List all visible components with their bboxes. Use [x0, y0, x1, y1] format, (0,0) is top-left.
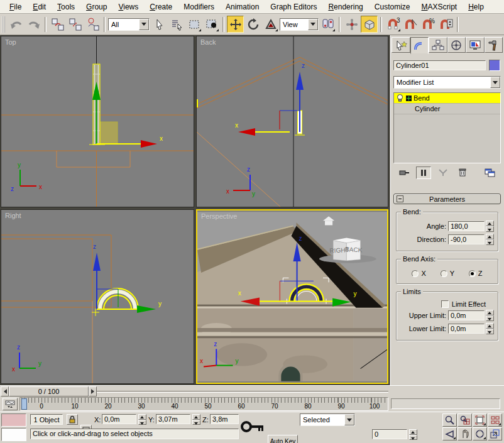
move-gizmo[interactable]: z x: [235, 62, 305, 136]
time-tag-area[interactable]: [391, 398, 500, 409]
object-name-field[interactable]: Cylinder01: [393, 60, 486, 70]
y-coordinate-field[interactable]: 3,07m: [156, 414, 190, 424]
pan-view-button[interactable]: [457, 427, 472, 440]
field-of-view-button[interactable]: [442, 427, 457, 440]
bend-axis-x-radio[interactable]: X: [412, 270, 425, 277]
key-filter-scope-dropdown[interactable]: Selected: [300, 413, 355, 426]
track-bar-ruler[interactable]: 0 10 20 30 40 50 60 70 80 90 100: [19, 397, 388, 411]
menu-maxscript[interactable]: MAXScript: [416, 1, 463, 13]
snap-toggle-3d-button[interactable]: 3: [385, 16, 402, 33]
lightbulb-icon[interactable]: [396, 94, 404, 102]
viewport-perspective-label[interactable]: Perspective: [201, 212, 237, 220]
maxscript-mini-listener-pink[interactable]: [1, 413, 26, 427]
make-unique-button[interactable]: [436, 167, 451, 179]
tab-motion[interactable]: [447, 37, 466, 53]
frame-spinner[interactable]: [409, 429, 417, 440]
select-and-manipulate-button[interactable]: [343, 16, 360, 33]
maxscript-mini-listener-white[interactable]: [1, 428, 26, 441]
z-coordinate-field[interactable]: 3,8m: [210, 414, 239, 424]
y-spinner[interactable]: [192, 414, 200, 425]
tab-hierarchy[interactable]: [429, 37, 447, 53]
dropdown-arrow-icon[interactable]: [344, 414, 354, 425]
min-max-toggle-button[interactable]: [488, 427, 502, 440]
zoom-button[interactable]: [442, 413, 457, 427]
menu-modifiers[interactable]: Modifiers: [178, 1, 220, 13]
window-crossing-button[interactable]: [203, 16, 220, 33]
menu-views[interactable]: Views: [112, 1, 144, 13]
menu-help[interactable]: Help: [463, 1, 490, 13]
angle-field[interactable]: 180,0: [448, 221, 485, 231]
menu-file[interactable]: File: [4, 1, 27, 13]
dropdown-arrow-icon[interactable]: [490, 77, 500, 88]
viewport-top[interactable]: Top: [1, 36, 194, 207]
expand-icon[interactable]: [406, 96, 412, 101]
reference-coordinate-system-dropdown[interactable]: View: [280, 18, 319, 31]
direction-spinner[interactable]: [486, 234, 494, 245]
limit-effect-checkbox[interactable]: Limit Effect: [441, 300, 486, 308]
unlink-button[interactable]: [67, 16, 84, 33]
menu-group[interactable]: Group: [80, 1, 112, 13]
rectangular-selection-region-button[interactable]: [185, 16, 202, 33]
select-and-rotate-button[interactable]: [244, 16, 261, 33]
select-by-name-button[interactable]: [168, 16, 185, 33]
angle-spinner[interactable]: [486, 221, 494, 232]
current-frame-marker[interactable]: [21, 398, 27, 410]
angle-snap-toggle-button[interactable]: [402, 16, 419, 33]
link-button[interactable]: [49, 16, 66, 33]
modifier-stack-item-cylinder[interactable]: Cylinder: [394, 104, 500, 114]
remove-modifier-button[interactable]: [455, 167, 470, 179]
select-object-button[interactable]: [150, 16, 167, 33]
select-and-scale-button[interactable]: [262, 16, 279, 33]
viewport-back[interactable]: Back z: [196, 36, 388, 207]
bend-axis-z-radio[interactable]: Z: [469, 270, 483, 277]
selection-filter-dropdown[interactable]: All: [108, 18, 150, 31]
upper-limit-field[interactable]: 0,0m: [448, 310, 485, 320]
next-frame-arrow[interactable]: [89, 386, 97, 397]
bend-axis-y-radio[interactable]: Y: [441, 270, 454, 277]
set-keys-key-icon[interactable]: [240, 416, 265, 437]
auto-key-button[interactable]: Auto Key: [268, 435, 298, 443]
undo-button[interactable]: [8, 16, 25, 33]
menu-edit[interactable]: Edit: [27, 1, 52, 13]
bind-spacewarp-button[interactable]: [84, 16, 101, 33]
zoom-extents-all-button[interactable]: [488, 413, 502, 427]
pin-stack-button[interactable]: [397, 167, 412, 179]
x-spinner[interactable]: [138, 414, 146, 425]
menu-create[interactable]: Create: [144, 1, 178, 13]
keyboard-shortcut-override-button[interactable]: [361, 16, 378, 33]
tab-utilities[interactable]: [485, 37, 503, 53]
viewport-back-label[interactable]: Back: [200, 38, 216, 46]
menu-rendering[interactable]: Rendering: [322, 1, 368, 13]
object-color-swatch[interactable]: [489, 60, 500, 71]
percent-snap-toggle-button[interactable]: %: [420, 16, 437, 33]
current-frame-field[interactable]: 0: [372, 429, 407, 439]
time-slider-value[interactable]: 0 / 100: [9, 386, 89, 397]
menu-tools[interactable]: Tools: [52, 1, 80, 13]
bent-cylinder-arch[interactable]: [97, 288, 138, 309]
modifier-stack-item-bend[interactable]: Bend: [394, 93, 500, 104]
arc-rotate-button[interactable]: [473, 427, 487, 440]
viewport-top-label[interactable]: Top: [5, 38, 16, 46]
menu-animation[interactable]: Animation: [220, 1, 265, 13]
previous-frame-arrow[interactable]: [1, 386, 9, 397]
menu-graph-editors[interactable]: Graph Editors: [265, 1, 322, 13]
viewport-right-label[interactable]: Right: [5, 212, 21, 219]
show-end-result-button[interactable]: [416, 167, 431, 179]
selection-lock-button[interactable]: [67, 414, 78, 425]
dropdown-arrow-icon[interactable]: [308, 19, 318, 30]
menu-customize[interactable]: Customize: [369, 1, 416, 13]
configure-modifier-sets-button[interactable]: [482, 167, 497, 179]
select-and-move-button[interactable]: [227, 16, 244, 33]
redo-button[interactable]: [25, 16, 42, 33]
viewport-perspective[interactable]: Perspective: [196, 209, 388, 384]
direction-field[interactable]: -90,0: [448, 234, 485, 244]
tab-create[interactable]: [392, 37, 410, 53]
time-slider-handle[interactable]: 0 / 100: [1, 386, 97, 397]
parameters-rollout-header[interactable]: Parameters: [393, 194, 501, 204]
tab-display[interactable]: [466, 37, 485, 53]
lower-limit-spinner[interactable]: [486, 323, 494, 334]
zoom-all-button[interactable]: [457, 413, 472, 427]
mini-curve-editor-button[interactable]: [3, 398, 18, 410]
zoom-extents-button[interactable]: [473, 413, 487, 427]
dropdown-arrow-icon[interactable]: [139, 19, 149, 30]
